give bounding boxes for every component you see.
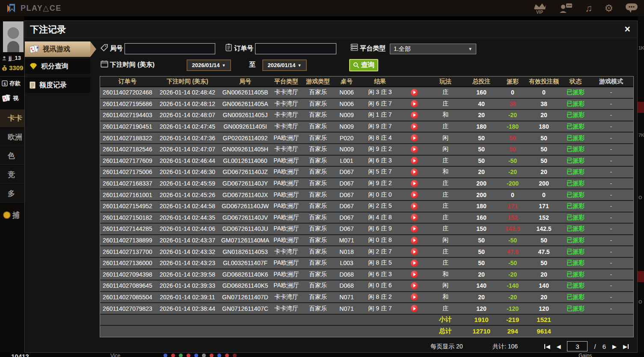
settings-gear-icon[interactable]: ⚙ (604, 3, 613, 13)
table-row: 260114027150182 2026-01-14 02:44:35 GD06… (100, 212, 633, 224)
music-icon[interactable]: ♫ (585, 3, 592, 13)
vip-icon[interactable]: VIP (532, 2, 547, 14)
cell-round: GL0032611407F (220, 260, 270, 266)
cell-bet: 50 (463, 135, 500, 142)
cell-method: 和 (428, 168, 463, 176)
replay-play-icon[interactable] (411, 191, 418, 198)
replay-play-icon[interactable] (411, 305, 418, 312)
search-button[interactable]: 查询 (349, 59, 378, 71)
lobby-menu-item-3[interactable]: 竞 (0, 166, 24, 184)
cell-mode: - (589, 112, 633, 118)
replay-play-icon[interactable] (411, 282, 418, 289)
support-chat-icon[interactable] (559, 3, 573, 14)
tab-label: 积分查询 (41, 62, 68, 71)
cell-mode: - (589, 225, 633, 232)
replay-play-icon[interactable] (411, 123, 418, 130)
bet-records-modal: 下注记录 × 9 K 视讯游戏 积分查询 额度记录 局号 订单号 (24, 21, 638, 353)
cell-valid: 171 (525, 203, 562, 209)
video-games-row[interactable]: 9 K 视 (2, 94, 18, 103)
tab-quota-records[interactable]: 额度记录 (25, 77, 90, 93)
replay-play-icon[interactable] (411, 293, 418, 301)
cell-round: GP02026114092 (220, 135, 270, 142)
cell-table: M071 (334, 237, 359, 244)
replay-play-icon[interactable] (411, 168, 418, 176)
tab-points-query[interactable]: 积分查询 (25, 59, 90, 74)
svg-text:$: $ (3, 82, 6, 86)
cell-game: 百家乐 (302, 89, 334, 96)
cell-status: 已派彩 (562, 134, 589, 142)
date-to-picker[interactable]: 2026/01/14 ▼ (262, 59, 307, 71)
cell-payout: 38 (500, 100, 525, 107)
chevron-down-icon: ▼ (222, 63, 226, 68)
platform-type-select[interactable]: 1.全部 ▼ (390, 44, 476, 54)
cell-mode: - (589, 214, 633, 221)
cell-round: GN0062611405A (220, 100, 270, 107)
replay-play-icon[interactable] (411, 237, 418, 244)
cell-bet: 50 (463, 248, 500, 255)
replay-play-icon[interactable] (411, 225, 418, 233)
background-fragment (638, 102, 644, 113)
lobby-menu-item-2[interactable]: 色 (0, 147, 24, 165)
total-count-label: 共计: 106 (493, 343, 518, 351)
cell-table: P020 (334, 135, 359, 142)
round-number-input[interactable] (125, 43, 215, 54)
replay-play-icon[interactable] (411, 89, 418, 96)
cell-payout: 47.5 (500, 248, 525, 255)
cell-order: 260114027168337 (100, 180, 155, 187)
cell-round: GD067261140JW (220, 203, 270, 209)
close-icon[interactable]: × (625, 24, 630, 34)
background-bottom-strip: 10412 Vice Gains (0, 353, 644, 357)
cell-time: 2026-01-14 02:48:12 (155, 100, 220, 107)
header-valid: 有效投注额 (525, 78, 562, 86)
cell-time: 2026-01-14 02:44:58 (155, 203, 220, 209)
cell-order: 260114027085504 (100, 294, 155, 301)
next-page-button[interactable]: ▶ (612, 344, 617, 349)
background-right-strip: 1K 7K O O (638, 16, 644, 353)
cell-game: 百家乐 (302, 248, 334, 256)
replay-play-icon[interactable] (411, 214, 418, 221)
chevron-down-icon: ▼ (298, 63, 302, 68)
last-page-button[interactable]: ▶ (623, 344, 629, 349)
prev-page-button[interactable]: ◀ (556, 344, 561, 349)
cell-mode: - (589, 168, 633, 175)
cell-platform: PA欧洲厅 (270, 271, 302, 278)
replay-play-icon[interactable] (411, 112, 418, 119)
playace-logo: PLAY△CE (6, 3, 62, 14)
replay-play-icon[interactable] (411, 248, 418, 255)
cell-play (401, 100, 428, 107)
cell-mode: - (589, 248, 633, 255)
replay-play-icon[interactable] (411, 146, 418, 153)
logo-text: PLAY△CE (21, 3, 62, 13)
lobby-menu-item-4[interactable]: 多 (0, 185, 24, 203)
replay-play-icon[interactable] (411, 100, 418, 107)
cell-order: 260114027079823 (100, 305, 155, 312)
order-number-input[interactable] (255, 43, 336, 54)
page-number-input[interactable]: 3 (567, 341, 588, 351)
chat-bubble-icon[interactable] (625, 3, 638, 13)
replay-play-icon[interactable] (411, 180, 418, 187)
replay-play-icon[interactable] (411, 203, 418, 210)
cell-order: 260114027154952 (100, 203, 155, 209)
cell-payout: -120 (500, 305, 525, 312)
lobby-menu-item-0[interactable]: 卡卡 (0, 109, 24, 127)
lobby-menu-item-fishing[interactable]: 捕 (0, 206, 24, 224)
cell-play (401, 282, 428, 289)
cell-result: 闲 0 庄 6 (359, 282, 401, 289)
deposit-row[interactable]: $ 存款 (2, 80, 21, 87)
replay-play-icon[interactable] (411, 157, 418, 164)
cell-game: 百家乐 (302, 157, 334, 165)
replay-play-icon[interactable] (411, 134, 418, 142)
replay-play-icon[interactable] (411, 271, 418, 278)
cell-mode: - (589, 100, 633, 107)
lobby-menu-item-1[interactable]: 欧洲 (0, 128, 24, 146)
header-mode: 游戏模式 (589, 78, 633, 86)
replay-play-icon[interactable] (411, 260, 418, 267)
date-from-picker[interactable]: 2026/01/14 ▼ (187, 59, 231, 71)
cell-order: 260114027161001 (100, 192, 155, 198)
cards-icon: 9 K (29, 44, 39, 54)
cell-result: 闲 8 庄 4 (359, 134, 401, 142)
cell-platform: 卡卡湾厅 (270, 305, 302, 313)
tab-video-games[interactable]: 9 K 视讯游戏 (25, 41, 90, 57)
first-page-button[interactable]: ◀ (544, 344, 550, 349)
user-icon (2, 56, 7, 61)
